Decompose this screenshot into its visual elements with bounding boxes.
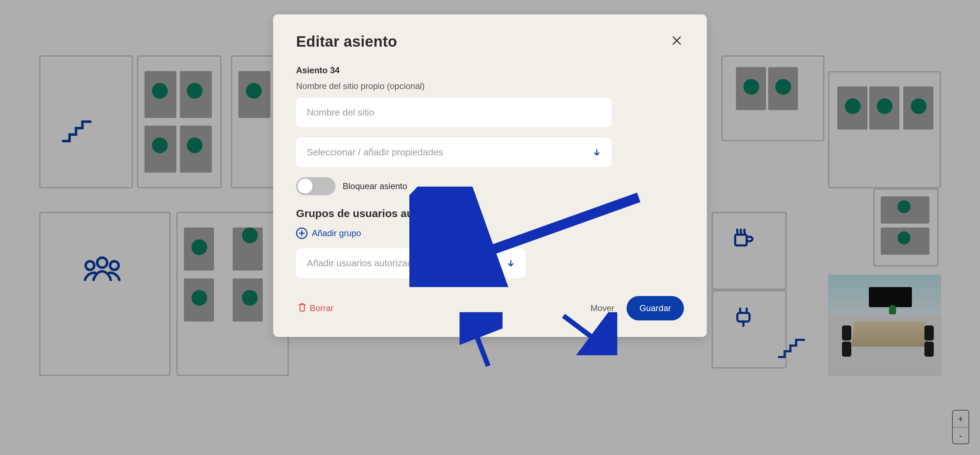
block-seat-toggle[interactable] xyxy=(296,177,336,195)
modal-overlay: Editar asiento Asiento 34 Nombre del sit… xyxy=(0,0,980,455)
add-group-label: Añadir grupo xyxy=(312,228,361,238)
chevron-down-icon xyxy=(507,259,515,267)
svg-line-12 xyxy=(470,319,488,366)
seat-name-input[interactable] xyxy=(296,97,611,128)
auth-groups-heading: Grupos de usuarios autorizados xyxy=(296,208,684,220)
properties-select[interactable]: Seleccionar / añadir propiedades xyxy=(296,137,611,167)
modal-title: Editar asiento xyxy=(296,33,397,50)
auth-users-select[interactable]: Añadir usuarios autorizados xyxy=(296,248,525,278)
seat-id-label: Asiento 34 xyxy=(296,65,684,75)
move-button[interactable]: Mover xyxy=(588,303,617,314)
annotation-arrow-small-up xyxy=(460,312,503,370)
seat-name-label: Nombre del sitio propio (opcional) xyxy=(296,81,684,91)
block-seat-label: Bloquear asiento xyxy=(343,181,407,191)
close-icon xyxy=(672,34,682,48)
edit-seat-modal: Editar asiento Asiento 34 Nombre del sit… xyxy=(273,14,707,337)
svg-line-13 xyxy=(563,316,606,348)
close-button[interactable] xyxy=(670,33,684,49)
trash-icon xyxy=(298,302,306,314)
chevron-down-icon xyxy=(593,148,601,156)
delete-button[interactable]: Borrar xyxy=(296,302,336,315)
plus-circle-icon xyxy=(296,228,307,239)
properties-placeholder: Seleccionar / añadir propiedades xyxy=(307,147,443,158)
add-group-button[interactable]: Añadir grupo xyxy=(296,226,361,240)
auth-users-placeholder: Añadir usuarios autorizados xyxy=(307,258,422,269)
delete-label: Borrar xyxy=(310,303,334,313)
stage: + - Editar asiento Asiento 34 Nombre del… xyxy=(0,0,980,455)
save-button[interactable]: Guardar xyxy=(627,296,684,321)
